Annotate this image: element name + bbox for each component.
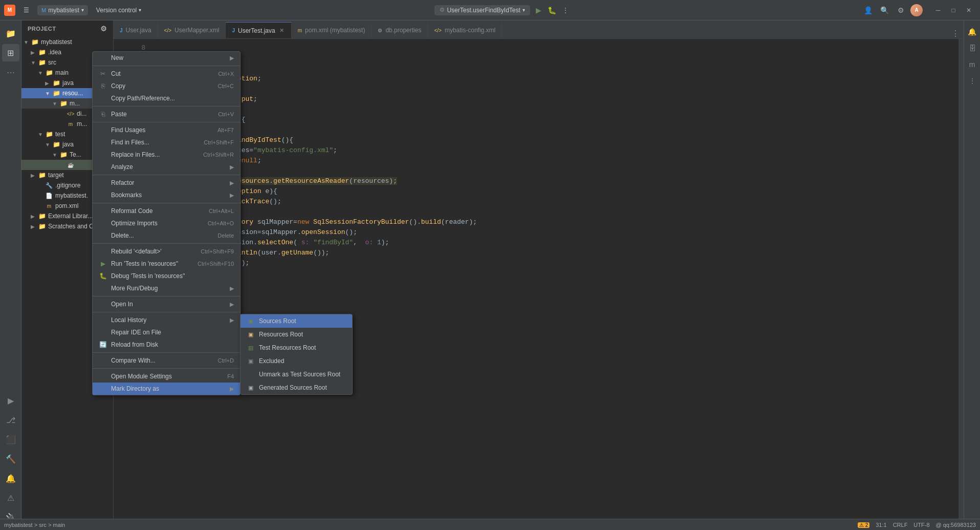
activity-project[interactable]: 📁 [2, 25, 19, 42]
cut-icon: ✂ [99, 70, 107, 77]
menu-repair-ide[interactable]: Repair IDE on File [93, 326, 240, 338]
menu-reformat[interactable]: Reformat Code Ctrl+Alt+L [93, 205, 240, 217]
vertical-scrollbar[interactable] [959, 39, 964, 530]
menu-open-in[interactable]: Open In ▶ [93, 298, 240, 310]
maven-icon[interactable]: m [965, 57, 979, 72]
menu-paste[interactable]: ⎗ Paste Ctrl+V [93, 108, 240, 120]
context-menu[interactable]: New ▶ ✂ Cut Ctrl+X ⎘ Copy Ctrl+C Copy Pa… [92, 51, 241, 395]
hamburger-menu[interactable]: ☰ [19, 5, 33, 16]
tree-item-root[interactable]: ▼ 📁 mybatistest [21, 37, 113, 47]
user-icon[interactable]: 👤 [861, 4, 875, 17]
tab-close-usertest[interactable]: ✕ [278, 27, 285, 34]
submenu-generated-label: Generated Sources Root [259, 384, 327, 391]
menu-refactor[interactable]: Refactor ▶ [93, 177, 240, 189]
menu-new[interactable]: New ▶ [93, 52, 240, 64]
mark-directory-submenu[interactable]: ▣ Sources Root ▣ Resources Root ▤ Test R… [240, 314, 353, 395]
run-button[interactable]: ▶ [532, 4, 546, 17]
menu-more-run-debug[interactable]: More Run/Debug ▶ [93, 282, 240, 294]
menu-copy-path[interactable]: Copy Path/Reference... [93, 92, 240, 104]
activity-build[interactable]: 🔨 [2, 450, 19, 468]
status-warnings[interactable]: ⚠ 2 [858, 522, 869, 528]
breadcrumb[interactable]: mybatistest > src > main [4, 522, 65, 528]
menu-run-tests[interactable]: ▶ Run 'Tests in 'resources'' Ctrl+Shift+… [93, 258, 240, 270]
menu-cut[interactable]: ✂ Cut Ctrl+X [93, 68, 240, 80]
tree-label-src: src [48, 59, 56, 66]
status-encoding[interactable]: UTF-8 [913, 522, 929, 528]
menu-local-history[interactable]: Local History ▶ [93, 314, 240, 326]
status-line-ending[interactable]: CRLF [893, 522, 908, 528]
tab-usertest-java[interactable]: J UserTest.java ✕ [226, 22, 291, 38]
debug-button[interactable]: 🐛 [546, 4, 559, 17]
tab-db-properties[interactable]: ⚙ db.properties [372, 22, 428, 38]
version-control-btn[interactable]: Version control ▾ [92, 5, 145, 15]
tab-pom-xml[interactable]: m pom.xml (mybatistest) [292, 22, 372, 38]
code-area[interactable]: import org.junit.Test; import java.io.IO… [149, 39, 959, 530]
activity-more[interactable]: ⋯ [2, 63, 19, 81]
menu-rebuild-label: Rebuild '<default>' [111, 248, 162, 255]
rebuild-shortcut: Ctrl+Shift+F9 [201, 248, 234, 255]
project-selector[interactable]: M mybatistest ▾ [37, 5, 88, 15]
settings-icon[interactable]: ⚙ [894, 4, 907, 17]
menu-module-settings[interactable]: Open Module Settings F4 [93, 370, 240, 383]
status-position[interactable]: 31:1 [876, 522, 886, 528]
maximize-button[interactable]: □ [946, 3, 961, 17]
menu-compare-with[interactable]: Compare With... Ctrl+D [93, 354, 240, 367]
menu-analyze-label: Analyze [111, 163, 133, 171]
menu-debug-tests[interactable]: 🐛 Debug 'Tests in 'resources'' [93, 270, 240, 282]
activity-notifications[interactable]: 🔔 [2, 470, 19, 487]
database-icon[interactable]: 🗄 [965, 41, 979, 55]
menu-find-usages-label: Find Usages [111, 126, 145, 134]
close-button[interactable]: ✕ [962, 3, 976, 17]
menu-mark-directory[interactable]: Mark Directory as ▶ ▣ Sources Root ▣ Res… [93, 383, 240, 395]
tree-label-m-xml: m... [77, 120, 87, 128]
menu-find-usages[interactable]: Find Usages Alt+F7 [93, 124, 240, 136]
menu-analyze[interactable]: Analyze ▶ [93, 161, 240, 173]
tree-label-idea: .idea [48, 49, 61, 56]
menu-rebuild[interactable]: Rebuild '<default>' Ctrl+Shift+F9 [93, 245, 240, 258]
activity-terminal[interactable]: ⬛ [2, 431, 19, 448]
menu-copy[interactable]: ⎘ Copy Ctrl+C [93, 80, 240, 92]
submenu-test-resources-root[interactable]: ▤ Test Resources Root [241, 341, 352, 354]
refactor-arrow-icon: ▶ [230, 180, 234, 186]
status-git[interactable]: @ qq:56983123 [936, 522, 976, 528]
menu-bookmarks[interactable]: Bookmarks ▶ [93, 189, 240, 201]
minimize-button[interactable]: ─ [931, 3, 945, 17]
tab-mybatis-config[interactable]: </> mybatis-config.xml [428, 22, 502, 38]
tab-user-java[interactable]: J User.java [114, 22, 158, 38]
menu-reload-disk[interactable]: 🔄 Reload from Disk [93, 338, 240, 351]
titlebar-actions: 👤 🔍 ⚙ A [861, 4, 923, 17]
tab-db-properties-label: db.properties [385, 27, 421, 34]
activity-git[interactable]: ⎇ [2, 411, 19, 429]
more-actions-button[interactable]: ⋮ [559, 4, 572, 17]
menu-delete[interactable]: Delete... Delete [93, 229, 240, 242]
sep6 [93, 243, 240, 244]
submenu-generated-sources[interactable]: ▣ Generated Sources Root [241, 381, 352, 394]
activity-structure[interactable]: ⊞ [2, 44, 19, 61]
tab-usermapper-xml[interactable]: </> UserMapper.xml [158, 22, 226, 38]
tab-usertest-java-label: UserTest.java [238, 27, 275, 34]
run-target-selector[interactable]: ⚙ UserTest.userFindByIdTest ▾ [434, 5, 530, 15]
tree-label-di: di... [77, 110, 86, 117]
activity-problems[interactable]: ⚠ [2, 489, 19, 506]
notifications-icon[interactable]: 🔔 [965, 25, 979, 39]
find-usages-shortcut: Alt+F7 [217, 127, 234, 133]
analyze-arrow-icon: ▶ [230, 164, 234, 171]
search-icon[interactable]: 🔍 [878, 4, 891, 17]
submenu-resources-root[interactable]: ▣ Resources Root [241, 328, 352, 341]
tab-usermapper-xml-label: UserMapper.xml [175, 27, 219, 34]
window-controls: ─ □ ✕ [931, 3, 976, 17]
menu-find-in-files[interactable]: Find in Files... Ctrl+Shift+F [93, 136, 240, 149]
menu-optimize-imports[interactable]: Optimize Imports Ctrl+Alt+O [93, 217, 240, 229]
submenu-unmark[interactable]: Unmark as Test Sources Root [241, 368, 352, 381]
right-bar: 🔔 🗄 m ⋮ [964, 20, 980, 530]
menu-find-in-files-label: Find in Files... [111, 139, 149, 146]
activity-run[interactable]: ▶ [2, 392, 19, 409]
sidebar-options-icon[interactable]: ⚙ [100, 25, 107, 33]
open-in-arrow-icon: ▶ [230, 301, 234, 308]
tab-more-button[interactable]: ⋮ [947, 29, 964, 38]
submenu-sources-root[interactable]: ▣ Sources Root [241, 314, 352, 328]
reload-icon: 🔄 [99, 341, 107, 348]
submenu-excluded[interactable]: ▣ Excluded [241, 354, 352, 368]
right-more-icon[interactable]: ⋮ [965, 74, 979, 88]
menu-replace-in-files[interactable]: Replace in Files... Ctrl+Shift+R [93, 149, 240, 161]
